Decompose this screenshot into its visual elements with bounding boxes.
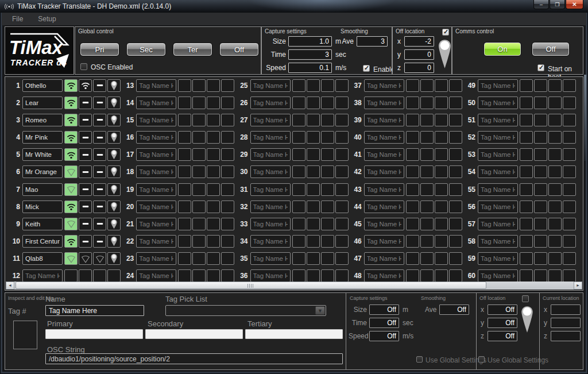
tag-offloc-button[interactable] — [221, 252, 234, 265]
tag-name-input[interactable] — [250, 131, 291, 144]
tag-time-input[interactable] — [369, 318, 399, 328]
tag-name-input[interactable] — [478, 114, 518, 126]
tag-ter-button-dash[interactable] — [93, 218, 106, 230]
tag-size-input[interactable] — [369, 304, 399, 315]
tag-sec-button-dash[interactable] — [79, 235, 92, 248]
tag-sec-button-dash[interactable] — [79, 148, 92, 161]
tag-sec-button[interactable] — [420, 269, 434, 282]
tag-sec-button-dash[interactable] — [79, 165, 92, 178]
tag-ter-button-dash[interactable] — [93, 201, 106, 213]
tag-sec-button[interactable] — [420, 131, 434, 144]
tag-sec-button[interactable] — [420, 97, 434, 109]
tag-name-input[interactable] — [136, 165, 176, 178]
tag-sec-button[interactable] — [307, 201, 320, 213]
tag-name-input[interactable] — [478, 235, 518, 248]
tag-ter-button[interactable] — [321, 235, 334, 248]
tag-sec-button[interactable] — [192, 97, 206, 109]
tag-offloc-button-pin[interactable] — [107, 165, 121, 178]
tag-offloc-button[interactable] — [221, 269, 234, 282]
tag-pri-button[interactable] — [520, 148, 533, 161]
tag-sec-button[interactable] — [307, 183, 320, 196]
tag-sec-button[interactable] — [192, 114, 206, 126]
tag-ter-button[interactable] — [207, 79, 220, 92]
tag-name-input[interactable] — [136, 269, 176, 282]
tag-offloc-button[interactable] — [449, 183, 462, 196]
tag-pri-button[interactable] — [406, 218, 419, 230]
tag-sec-button[interactable] — [534, 235, 547, 248]
tag-pri-button[interactable] — [292, 252, 305, 265]
tag-name-input[interactable] — [22, 97, 63, 109]
tag-ter-button[interactable] — [435, 131, 448, 144]
tag-name-input[interactable] — [136, 218, 176, 230]
tag-pri-button[interactable] — [178, 269, 191, 282]
tag-sec-button[interactable] — [307, 79, 320, 92]
tag-ter-button[interactable] — [207, 183, 220, 196]
tag-offloc-button[interactable] — [221, 218, 234, 230]
tag-sec-button[interactable] — [420, 148, 434, 161]
tag-sec-button[interactable] — [534, 165, 547, 178]
tag-sec-button[interactable] — [192, 148, 206, 161]
tag-ter-button[interactable] — [435, 79, 448, 92]
tag-pri-button[interactable] — [520, 235, 533, 248]
tag-name-input[interactable] — [136, 148, 176, 161]
tag-offloc-button-pin[interactable] — [107, 148, 121, 161]
tag-offloc-button[interactable] — [221, 114, 234, 126]
tag-ter-button[interactable] — [435, 252, 448, 265]
tag-ter-button[interactable] — [435, 201, 448, 213]
tag-offloc-button[interactable] — [449, 235, 462, 248]
tag-ter-button[interactable] — [321, 165, 334, 178]
tag-sec-button[interactable] — [420, 201, 434, 213]
tag-name-input[interactable] — [478, 201, 518, 213]
tag-sec-button[interactable] — [534, 114, 547, 126]
tag-ter-button-dash[interactable] — [93, 97, 106, 109]
tag-sec-button-dash[interactable] — [79, 114, 92, 126]
tag-pri-button[interactable] — [406, 201, 419, 213]
tag-ter-button-dash[interactable] — [93, 235, 106, 248]
tag-ter-button[interactable] — [207, 235, 220, 248]
tag-pri-button[interactable] — [520, 131, 533, 144]
tag-x-input[interactable] — [488, 304, 517, 315]
global-off-button[interactable]: Off — [220, 43, 258, 56]
close-button[interactable]: ✕ — [566, 0, 583, 9]
ave-input[interactable] — [357, 36, 388, 47]
menu-file[interactable]: File — [12, 15, 23, 23]
tag-sec-button[interactable] — [307, 252, 320, 265]
tag-sec-button[interactable] — [420, 235, 434, 248]
tag-sec-button-dash[interactable] — [79, 131, 92, 144]
tag-ter-button[interactable] — [548, 183, 562, 196]
tag-offloc-button[interactable] — [335, 97, 349, 109]
tag-name-edit-input[interactable] — [45, 305, 144, 316]
tag-ter-button[interactable] — [321, 114, 334, 126]
tag-offloc-button-pin[interactable] — [107, 79, 121, 92]
tag-pri-button[interactable] — [406, 269, 419, 282]
tag-sec-button[interactable] — [420, 114, 434, 126]
tag-sec-button[interactable] — [534, 148, 547, 161]
tag-offloc-button[interactable] — [449, 131, 462, 144]
tag-name-input[interactable] — [136, 114, 176, 126]
tag-sec-button-wedge[interactable] — [79, 252, 92, 265]
osc-enabled-checkbox[interactable] — [80, 63, 87, 70]
tag-pri-button-wedge-active[interactable] — [64, 252, 78, 265]
minimize-button[interactable]: – — [533, 0, 549, 9]
offloc-use-global-checkbox[interactable] — [478, 356, 485, 363]
tag-offloc-button[interactable] — [563, 114, 576, 126]
y-input[interactable] — [404, 49, 434, 60]
global-pri-button[interactable]: Pri — [80, 43, 119, 56]
tag-pri-button-wedge-active[interactable] — [64, 165, 78, 178]
tag-offloc-button[interactable] — [449, 97, 462, 109]
tag-offloc-button[interactable] — [563, 235, 576, 248]
tag-pri-button[interactable] — [178, 131, 191, 144]
tag-ter-button-dash[interactable] — [93, 165, 106, 178]
tag-pri-button[interactable] — [292, 148, 305, 161]
tag-sec-button[interactable] — [307, 114, 320, 126]
tag-name-input[interactable] — [250, 218, 291, 230]
tag-ter-button[interactable] — [207, 201, 220, 213]
global-ter-button[interactable]: Ter — [173, 43, 212, 56]
tag-name-input[interactable] — [136, 97, 176, 109]
tag-ter-button[interactable] — [548, 79, 562, 92]
maximize-button[interactable]: ❐ — [550, 0, 565, 9]
tag-ter-button-dash[interactable] — [93, 114, 106, 126]
tag-offloc-button[interactable] — [221, 165, 234, 178]
chevron-down-icon[interactable]: ▼ — [315, 306, 325, 315]
tag-name-input[interactable] — [364, 165, 404, 178]
